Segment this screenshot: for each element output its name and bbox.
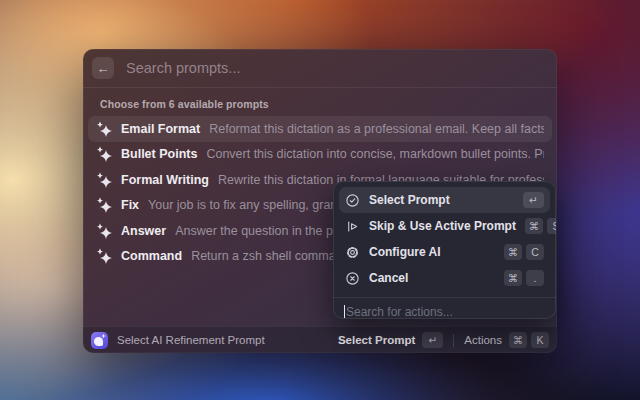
period-key-badge: . bbox=[526, 270, 544, 286]
prompt-title: Bullet Points bbox=[121, 147, 197, 161]
prompt-row-bullet-points[interactable]: Bullet Points Convert this dictation int… bbox=[88, 142, 552, 168]
step-forward-icon bbox=[345, 219, 360, 234]
menu-item-label: Cancel bbox=[369, 271, 408, 285]
app-icon bbox=[91, 332, 108, 349]
menu-item-label: Select Prompt bbox=[369, 193, 450, 207]
s-key-badge: S bbox=[547, 218, 556, 234]
select-prompt-action[interactable]: Select Prompt bbox=[338, 334, 415, 346]
search-bar: ← bbox=[83, 49, 557, 88]
back-button[interactable]: ← bbox=[92, 57, 114, 79]
text-cursor bbox=[344, 305, 345, 318]
section-header: Choose from 6 available prompts bbox=[100, 98, 557, 110]
cmd-key-badge: ⌘ bbox=[504, 244, 522, 260]
menu-item-label: Configure AI bbox=[369, 245, 441, 259]
prompt-title: Fix bbox=[121, 198, 139, 212]
c-key-badge: C bbox=[526, 244, 544, 260]
prompt-title: Command bbox=[121, 249, 182, 263]
actions-search-input[interactable] bbox=[346, 305, 545, 319]
arrow-left-icon: ← bbox=[97, 62, 110, 75]
search-input[interactable] bbox=[126, 60, 548, 76]
menu-item-select-prompt[interactable]: Select Prompt ↵ bbox=[339, 187, 550, 213]
footer-divider bbox=[453, 334, 454, 347]
sparkles-icon bbox=[96, 172, 112, 188]
actions-menu-button[interactable]: Actions bbox=[464, 334, 502, 346]
prompt-description: Convert this dictation into concise, mar… bbox=[206, 147, 544, 161]
prompt-title: Formal Writing bbox=[121, 173, 209, 187]
return-key-badge: ↵ bbox=[422, 332, 443, 348]
cmd-key-badge: ⌘ bbox=[525, 218, 543, 234]
gear-icon bbox=[345, 245, 360, 260]
cmd-key-badge: ⌘ bbox=[504, 270, 522, 286]
check-circle-icon bbox=[345, 193, 360, 208]
sparkles-icon bbox=[96, 223, 112, 239]
actions-search-bar bbox=[333, 297, 556, 319]
menu-item-label: Skip & Use Active Prompt bbox=[369, 219, 516, 233]
prompt-title: Email Format bbox=[121, 122, 200, 136]
sparkles-icon bbox=[96, 121, 112, 137]
prompt-description: Reformat this dictation as a professiona… bbox=[209, 122, 544, 136]
x-circle-icon bbox=[345, 271, 360, 286]
status-bar: Select AI Refinement Prompt Select Promp… bbox=[83, 326, 557, 353]
sparkles-icon bbox=[96, 248, 112, 264]
sparkles-icon bbox=[96, 146, 112, 162]
menu-item-cancel[interactable]: Cancel ⌘ . bbox=[339, 265, 550, 291]
return-key-badge: ↵ bbox=[523, 192, 544, 208]
k-key-badge: K bbox=[531, 332, 549, 348]
actions-context-menu: Select Prompt ↵ Skip & Use Active Prompt… bbox=[333, 181, 556, 319]
prompt-row-email-format[interactable]: Email Format Reformat this dictation as … bbox=[88, 116, 552, 142]
sparkles-icon bbox=[96, 197, 112, 213]
cmd-key-badge: ⌘ bbox=[509, 332, 527, 348]
window-title: Select AI Refinement Prompt bbox=[117, 334, 265, 346]
menu-item-configure-ai[interactable]: Configure AI ⌘ C bbox=[339, 239, 550, 265]
prompt-title: Answer bbox=[121, 224, 166, 238]
menu-item-skip-use-active-prompt[interactable]: Skip & Use Active Prompt ⌘ S bbox=[339, 213, 550, 239]
